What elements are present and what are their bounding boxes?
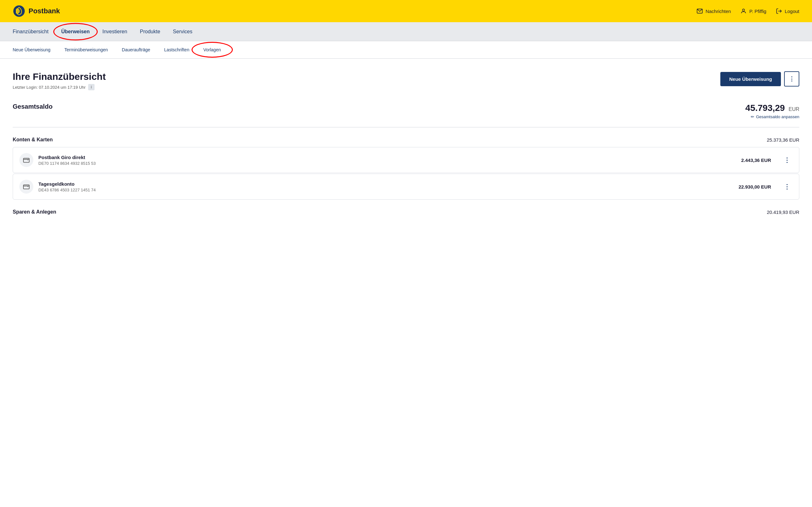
svg-point-2 — [743, 9, 745, 11]
account-card-giro: Postbank Giro direkt DE70 1174 8634 4932… — [13, 147, 799, 173]
svg-rect-4 — [23, 158, 29, 163]
sparen-amount: 20.419,93 EUR — [767, 210, 799, 215]
account-iban-giro: DE70 1174 8634 4932 8515 53 — [38, 161, 736, 166]
account-card-tagesgeld: Tagesgeldkonto DE43 6786 4503 1227 1451 … — [13, 174, 799, 200]
account-row-giro: Postbank Giro direkt DE70 1174 8634 4932… — [13, 147, 799, 173]
page-title: Ihre Finanzübersicht — [13, 71, 106, 82]
account-name-tagesgeld: Tagesgeldkonto — [38, 181, 733, 187]
logout-icon — [776, 8, 782, 14]
sparen-label: Sparen & Anlegen — [13, 209, 56, 215]
info-badge[interactable]: i — [88, 84, 95, 90]
nachrichten-button[interactable]: Nachrichten — [697, 8, 731, 14]
more-options-button[interactable]: ⋮ — [784, 71, 799, 87]
svg-rect-5 — [23, 185, 29, 189]
account-info-tagesgeld: Tagesgeldkonto DE43 6786 4503 1227 1451 … — [38, 181, 733, 192]
account-name-giro: Postbank Giro direkt — [38, 155, 736, 160]
konten-karten-amount: 25.373,36 EUR — [767, 137, 799, 143]
nav-item-services[interactable]: Services — [166, 22, 199, 41]
main-nav: Finanzübersicht Überweisen Investieren P… — [0, 22, 812, 41]
main-content: Ihre Finanzübersicht Letzter Login: 07.1… — [0, 59, 812, 507]
konten-karten-header: Konten & Karten 25.373,36 EUR — [13, 137, 799, 143]
gesamtsaldo-right: 45.793,29 EUR ✏ Gesamtsaldo anpassen — [745, 103, 799, 119]
nav-item-investieren[interactable]: Investieren — [96, 22, 134, 41]
mail-icon — [697, 8, 703, 14]
three-dots-tagesgeld-icon — [784, 183, 790, 190]
gesamtsaldo-anpassen-button[interactable]: ✏ Gesamtsaldo anpassen — [745, 114, 799, 119]
account-icon-tagesgeld — [19, 180, 33, 193]
three-dots-icon: ⋮ — [789, 75, 795, 82]
user-button[interactable]: P. Pfiffig — [740, 8, 766, 14]
konten-karten-section: Konten & Karten 25.373,36 EUR Postbank G… — [13, 137, 799, 200]
three-dots-giro-icon — [784, 156, 790, 164]
account-icon-giro — [19, 153, 33, 167]
subnav-neue-uberweisung[interactable]: Neue Überweisung — [13, 41, 57, 59]
account-balance-tagesgeld: 22.930,00 EUR — [739, 184, 771, 189]
wallet-icon — [23, 157, 30, 164]
nav-item-produkte[interactable]: Produkte — [134, 22, 166, 41]
gesamtsaldo-section: Gesamtsaldo 45.793,29 EUR ✏ Gesamtsaldo … — [13, 103, 799, 127]
account-iban-tagesgeld: DE43 6786 4503 1227 1451 74 — [38, 187, 733, 192]
sparen-anlegen-section: Sparen & Anlegen 20.419,93 EUR — [13, 209, 799, 215]
neue-uberweisung-button[interactable]: Neue Überweisung — [720, 72, 781, 86]
account-balance-giro: 2.443,36 EUR — [741, 158, 771, 163]
page-title-section: Ihre Finanzübersicht Letzter Login: 07.1… — [13, 71, 106, 90]
sparen-header: Sparen & Anlegen 20.419,93 EUR — [13, 209, 799, 215]
subnav-dauerauftrage[interactable]: Daueraufträge — [115, 41, 157, 59]
gesamtsaldo-amount: 45.793,29 EUR — [745, 103, 799, 113]
header: Postbank Nachrichten P. Pfiffig Logout — [0, 0, 812, 22]
gesamtsaldo-label: Gesamtsaldo — [13, 103, 53, 110]
logo-area: Postbank — [13, 5, 60, 17]
account-more-tagesgeld[interactable] — [781, 181, 793, 192]
postbank-logo-icon — [13, 5, 26, 17]
account-row-tagesgeld: Tagesgeldkonto DE43 6786 4503 1227 1451 … — [13, 174, 799, 199]
account-more-giro[interactable] — [781, 155, 793, 165]
subnav-vorlagen[interactable]: Vorlagen — [196, 41, 228, 59]
nav-item-uberweisen[interactable]: Überweisen — [55, 22, 96, 41]
last-login: Letzter Login: 07.10.2024 um 17:19 Uhr i — [13, 84, 106, 90]
sub-nav: Neue Überweisung Terminüberweisungen Dau… — [0, 41, 812, 59]
page-actions: Neue Überweisung ⋮ — [720, 71, 799, 87]
logout-button[interactable]: Logout — [776, 8, 799, 14]
header-right: Nachrichten P. Pfiffig Logout — [697, 8, 799, 14]
subnav-terminuberweisungen[interactable]: Terminüberweisungen — [57, 41, 115, 59]
user-icon — [740, 8, 747, 14]
logo-text: Postbank — [29, 7, 60, 15]
subnav-lastschriften[interactable]: Lastschriften — [157, 41, 196, 59]
nav-item-finanzubersicht[interactable]: Finanzübersicht — [13, 22, 55, 41]
edit-icon: ✏ — [751, 114, 754, 119]
account-info-giro: Postbank Giro direkt DE70 1174 8634 4932… — [38, 155, 736, 166]
konten-karten-label: Konten & Karten — [13, 137, 53, 143]
page-header: Ihre Finanzübersicht Letzter Login: 07.1… — [13, 71, 799, 90]
wallet-icon-2 — [23, 183, 30, 190]
